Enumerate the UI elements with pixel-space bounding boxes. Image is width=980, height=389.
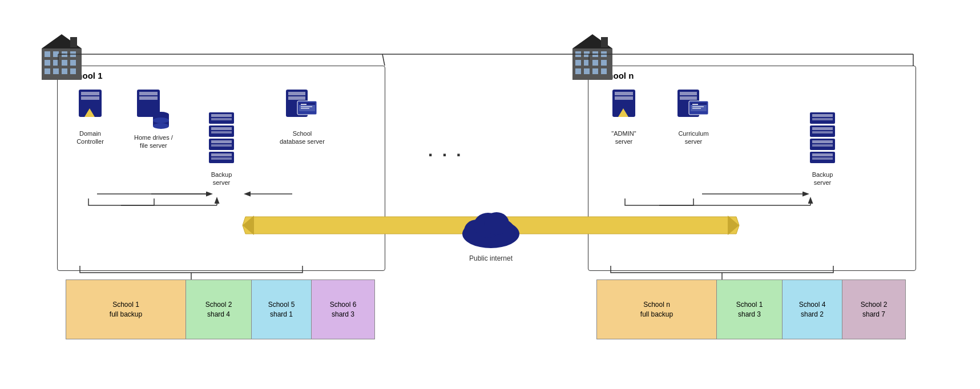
public-internet-label: Public internet [457, 254, 525, 262]
svg-rect-26 [592, 68, 598, 74]
svg-rect-72 [692, 104, 698, 105]
backup-serverN-label: Backupserver [812, 171, 833, 187]
svg-rect-86 [812, 157, 833, 160]
domain-controller-icon: DomainController [74, 88, 106, 146]
schooln-building-icon [570, 31, 627, 83]
svg-rect-14 [70, 37, 77, 47]
svg-rect-43 [211, 118, 232, 120]
svg-rect-83 [812, 144, 833, 147]
svg-point-40 [153, 117, 169, 123]
svg-rect-67 [680, 92, 697, 95]
diagram: School 1 School n [0, 0, 980, 389]
svg-rect-27 [601, 68, 607, 74]
school2-shard4: School 2shard 4 [186, 280, 252, 339]
svg-rect-46 [211, 131, 232, 133]
svg-rect-1 [45, 51, 50, 57]
svg-rect-61 [301, 108, 309, 109]
svg-rect-35 [139, 92, 158, 95]
svg-rect-31 [81, 92, 99, 95]
svg-rect-76 [812, 114, 833, 117]
svg-rect-32 [81, 96, 99, 100]
svg-rect-29 [601, 37, 608, 47]
svg-rect-9 [45, 68, 50, 74]
school1-shard3: School 1shard 3 [717, 280, 783, 339]
svg-rect-80 [812, 131, 833, 133]
svg-rect-22 [592, 60, 598, 66]
svg-rect-73 [692, 106, 704, 107]
svg-rect-59 [301, 104, 306, 105]
svg-rect-3 [62, 51, 67, 57]
svg-rect-82 [812, 140, 833, 143]
domain-controller-label: DomainController [76, 129, 104, 146]
svg-rect-6 [53, 60, 59, 66]
svg-rect-60 [301, 106, 312, 107]
svg-rect-85 [812, 153, 833, 156]
svg-rect-2 [53, 51, 59, 57]
public-internet-cloud: Public internet [457, 205, 525, 262]
school-db-label: Schooldatabase server [280, 129, 325, 146]
school1-backup-row: School 1full backup School 2shard 4 Scho… [66, 279, 375, 339]
svg-rect-64 [615, 96, 633, 100]
svg-rect-42 [211, 114, 232, 117]
svg-rect-77 [812, 118, 833, 120]
schoolN-full-backup: School nfull backup [597, 280, 717, 339]
admin-server-label: "ADMIN"server [611, 129, 636, 146]
backup-serverN-icon: Backupserver [808, 111, 837, 187]
home-drives-icon: Home drives /file server [134, 88, 173, 150]
svg-rect-25 [584, 68, 590, 74]
school5-shard1: School 5shard 1 [252, 280, 312, 339]
svg-rect-79 [812, 127, 833, 130]
svg-rect-24 [575, 68, 581, 74]
svg-rect-36 [139, 96, 158, 100]
svg-rect-54 [288, 92, 305, 95]
svg-point-112 [484, 212, 509, 235]
svg-rect-20 [575, 60, 581, 66]
svg-rect-45 [211, 127, 232, 130]
svg-rect-4 [70, 51, 76, 57]
svg-rect-17 [584, 51, 590, 57]
svg-rect-10 [53, 68, 59, 74]
home-drives-label: Home drives /file server [134, 133, 173, 150]
svg-rect-55 [288, 96, 305, 100]
svg-rect-63 [615, 92, 633, 95]
svg-rect-23 [601, 60, 607, 66]
svg-rect-68 [680, 96, 697, 100]
curriculum-server-label: Curriculumserver [678, 129, 708, 146]
svg-rect-49 [211, 144, 232, 147]
svg-rect-5 [45, 60, 50, 66]
svg-rect-48 [211, 140, 232, 143]
dots-separator: · · · [428, 145, 463, 165]
svg-rect-12 [70, 68, 76, 74]
svg-rect-11 [62, 68, 67, 74]
school6-shard3: School 6shard 3 [312, 280, 374, 339]
school2-shard7: School 2shard 7 [842, 280, 905, 339]
svg-rect-7 [62, 60, 67, 66]
svg-rect-19 [601, 51, 607, 57]
svg-line-105 [382, 54, 385, 66]
svg-rect-52 [211, 157, 232, 160]
svg-rect-8 [70, 60, 76, 66]
school1-full-backup: School 1full backup [66, 280, 186, 339]
svg-rect-18 [592, 51, 598, 57]
school1-building-icon [39, 31, 96, 83]
school-db-icon: Schooldatabase server [280, 88, 325, 146]
backup-server1-icon: Backupserver [207, 111, 236, 187]
curriculum-server-icon: Curriculumserver [676, 88, 711, 146]
school4-shard2: School 4shard 2 [783, 280, 842, 339]
svg-rect-21 [584, 60, 590, 66]
svg-point-39 [153, 123, 169, 129]
schoolN-backup-row: School nfull backup School 1shard 3 Scho… [596, 279, 906, 339]
admin-server-icon: "ADMIN"server [608, 88, 640, 146]
backup-server1-label: Backupserver [211, 171, 232, 187]
svg-rect-51 [211, 153, 232, 156]
svg-rect-16 [575, 51, 581, 57]
svg-rect-74 [692, 108, 701, 109]
